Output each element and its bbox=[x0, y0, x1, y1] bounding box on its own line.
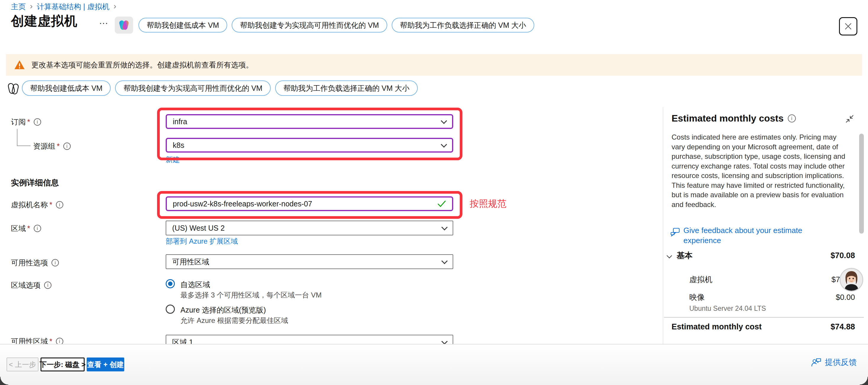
cost-panel-title: Estimated monthly costs bbox=[672, 113, 784, 124]
copilot-icon bbox=[118, 19, 130, 31]
suggestion-high-availability-vm-button[interactable]: 帮助我创建专为实现高可用性而优化的 VM bbox=[231, 18, 387, 33]
copilot-suggestions-top: 帮助我创建低成本 VM 帮助我创建专为实现高可用性而优化的 VM 帮助我为工作负… bbox=[138, 18, 534, 33]
footer-bar: < 上一步 下一步: 磁盘 > 查看 + 创建 提供反馈 bbox=[0, 344, 868, 385]
breadcrumb-section-link[interactable]: 计算基础结构 | 虚拟机 bbox=[37, 2, 109, 11]
suggestion-low-cost-vm-button[interactable]: 帮助我创建低成本 VM bbox=[22, 81, 111, 96]
cost-row-image-sub: Ubuntu Server 24.04 LTS bbox=[689, 304, 766, 313]
info-icon[interactable]: i bbox=[63, 142, 71, 150]
radio-self-selected-zones-label[interactable]: 自选区域 bbox=[181, 280, 210, 289]
cost-row-vm: 虚拟机 $70.08 bbox=[689, 275, 855, 285]
suggestion-high-availability-vm-button[interactable]: 帮助我创建专为实现高可用性而优化的 VM bbox=[115, 81, 270, 96]
avatar[interactable] bbox=[840, 268, 863, 292]
vm-name-label: 虚拟机名称 * i bbox=[11, 200, 63, 210]
cost-separator bbox=[664, 317, 864, 318]
instance-details-heading: 实例详细信息 bbox=[11, 178, 59, 188]
cost-panel-header: Estimated monthly costs i bbox=[672, 113, 796, 124]
required-asterisk: * bbox=[27, 224, 30, 233]
info-icon[interactable]: i bbox=[44, 282, 52, 289]
collapse-icon bbox=[845, 114, 855, 124]
cost-panel-description: Costs indicated here are estimates only.… bbox=[672, 132, 851, 210]
region-select[interactable]: (US) West US 2 bbox=[166, 221, 453, 235]
chevron-down-icon bbox=[441, 338, 447, 344]
next-step-disks-button[interactable]: 下一步: 磁盘 > bbox=[40, 357, 85, 372]
availability-options-select[interactable]: 可用性区域 bbox=[166, 254, 453, 269]
warning-text: 更改基本选项可能会重置所做的选择。创建虚拟机前查看所有选项。 bbox=[31, 60, 253, 70]
info-icon[interactable]: i bbox=[56, 201, 63, 208]
availability-zone-label: 可用性区域 * i bbox=[11, 336, 63, 344]
subscription-label: 订阅 * i bbox=[11, 117, 41, 127]
create-new-resource-group-link[interactable]: 新建 bbox=[166, 155, 180, 164]
warning-triangle-icon bbox=[14, 60, 25, 70]
radio-self-selected-zones-desc: 最多选择 3 个可用性区域，每个区域一台 VM bbox=[181, 290, 321, 300]
deploy-extended-zones-link[interactable]: 部署到 Azure 扩展区域 bbox=[166, 236, 238, 246]
person-feedback-icon bbox=[811, 357, 821, 367]
info-icon[interactable]: i bbox=[34, 225, 41, 232]
warning-banner: 更改基本选项可能会重置所做的选择。创建虚拟机前查看所有选项。 bbox=[6, 54, 862, 76]
resource-group-label: 资源组 * i bbox=[33, 141, 71, 151]
required-asterisk: * bbox=[57, 142, 60, 151]
suggestion-low-cost-vm-button[interactable]: 帮助我创建低成本 VM bbox=[138, 18, 227, 33]
required-asterisk: * bbox=[50, 337, 52, 344]
radio-azure-selected-zones[interactable] bbox=[166, 304, 175, 314]
copilot-suggestions-inline: 帮助我创建低成本 VM 帮助我创建专为实现高可用性而优化的 VM 帮助我为工作负… bbox=[22, 81, 418, 96]
resource-group-select[interactable]: k8s bbox=[166, 138, 453, 153]
vm-name-input[interactable]: prod-usw2-k8s-freeleaps-worker-nodes-07 bbox=[166, 196, 453, 211]
cost-group-row[interactable]: 基本 $70.08 bbox=[668, 250, 855, 261]
avatar-image bbox=[840, 269, 862, 291]
zone-options-label: 区域选项 i bbox=[11, 280, 52, 290]
page-title: 创建虚拟机 bbox=[11, 12, 78, 30]
cost-row-image: 映像 $0.00 bbox=[689, 292, 855, 302]
copilot-outline-icon bbox=[6, 82, 20, 97]
close-button[interactable] bbox=[839, 17, 857, 35]
more-actions-ellipsis-icon[interactable]: … bbox=[99, 15, 109, 26]
radio-dot bbox=[168, 282, 173, 286]
subscription-select[interactable]: infra bbox=[166, 114, 453, 129]
annotation-text: 按照规范 bbox=[470, 197, 506, 210]
radio-self-selected-zones[interactable] bbox=[166, 279, 175, 288]
feedback-bubbles-icon bbox=[671, 227, 680, 237]
page-content: 主页 › 计算基础结构 | 虚拟机 › 创建虚拟机 … bbox=[0, 0, 868, 344]
chevron-down-icon bbox=[441, 258, 447, 264]
collapse-panel-button[interactable] bbox=[845, 114, 855, 125]
availability-zone-select[interactable]: 区域 1 bbox=[166, 335, 453, 344]
radio-azure-selected-zones-label[interactable]: Azure 选择的区域(预览版) bbox=[181, 305, 266, 315]
suggestion-right-vm-size-button[interactable]: 帮助我为工作负载选择正确的 VM 大小 bbox=[275, 81, 418, 96]
review-create-button[interactable]: 查看 + 创建 bbox=[87, 357, 124, 372]
tree-connector bbox=[17, 129, 30, 146]
suggestion-right-vm-size-button[interactable]: 帮助我为工作负载选择正确的 VM 大小 bbox=[392, 18, 534, 33]
create-vm-page: 主页 › 计算基础结构 | 虚拟机 › 创建虚拟机 … bbox=[0, 0, 868, 385]
radio-azure-selected-zones-desc: 允许 Azure 根据需要分配最佳区域 bbox=[181, 316, 288, 325]
info-icon[interactable]: i bbox=[56, 338, 63, 344]
estimate-feedback-link[interactable]: Give feedback about your estimate experi… bbox=[671, 225, 836, 246]
valid-check-icon bbox=[437, 200, 446, 207]
info-icon[interactable]: i bbox=[788, 115, 796, 122]
info-icon[interactable]: i bbox=[52, 259, 59, 266]
info-icon[interactable]: i bbox=[34, 118, 41, 126]
required-asterisk: * bbox=[50, 200, 52, 209]
chevron-down-icon bbox=[666, 253, 672, 258]
chevron-down-icon bbox=[441, 224, 447, 230]
cost-total-row: Estimated monthly cost $74.88 bbox=[672, 322, 855, 331]
chevron-right-icon: › bbox=[30, 2, 33, 10]
breadcrumb: 主页 › 计算基础结构 | 虚拟机 › bbox=[11, 2, 116, 11]
chevron-down-icon bbox=[441, 118, 447, 124]
close-icon bbox=[844, 22, 852, 30]
availability-options-label: 可用性选项 i bbox=[11, 258, 59, 267]
chevron-right-icon: › bbox=[114, 2, 116, 10]
give-feedback-link[interactable]: 提供反馈 bbox=[811, 357, 857, 367]
copilot-button[interactable] bbox=[115, 17, 133, 34]
breadcrumb-home-link[interactable]: 主页 bbox=[11, 2, 26, 11]
panel-divider bbox=[663, 107, 663, 344]
required-asterisk: * bbox=[27, 118, 30, 126]
previous-step-button[interactable]: < 上一步 bbox=[6, 357, 38, 372]
scrollbar-thumb[interactable] bbox=[859, 134, 864, 234]
chevron-down-icon bbox=[441, 141, 447, 148]
region-label: 区域 * i bbox=[11, 224, 41, 233]
